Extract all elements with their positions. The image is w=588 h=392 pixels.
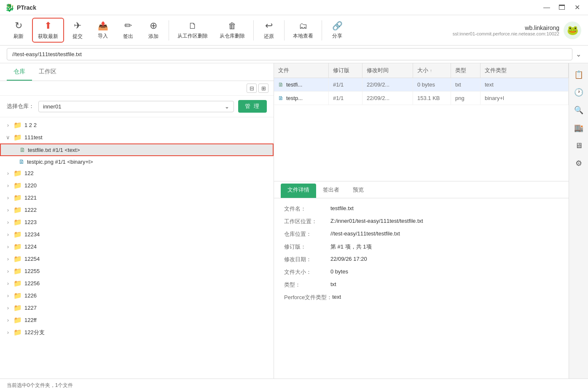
detail-value-1: Z:/inner01/test-easy/111test/testfile.tx… [330, 218, 558, 225]
path-input[interactable] [7, 48, 572, 60]
tree-item-1220[interactable]: › 📁 1220 [0, 179, 274, 192]
tree-label-122: 1 2 2 [24, 122, 270, 128]
tree-item-1222[interactable]: › 📁 1222 [0, 204, 274, 216]
manage-button[interactable]: 管 理 [238, 100, 267, 113]
folder-icon-1220: 📁 [13, 181, 22, 189]
sidebar-desktop-button[interactable]: 🖥 [571, 138, 587, 154]
remove-repo-button[interactable]: 🗑 从仓库删除 [215, 19, 250, 41]
sidebar-history-button[interactable]: 🕐 [571, 84, 587, 100]
tree-label-122b: 122 [24, 170, 270, 176]
detail-tab-preview[interactable]: 预览 [346, 184, 371, 198]
detail-value-2: //test-easy/111test/testfile.txt [330, 230, 558, 238]
file-icon-testpic: 🗎 [19, 158, 24, 165]
revert-button[interactable]: ↩ 还原 [257, 19, 281, 42]
col-mod-time: 修改时间 [362, 63, 413, 78]
expand-icon-12256: › [5, 280, 11, 287]
view-local-button[interactable]: 🗂 本地查看 [288, 19, 318, 41]
share-button[interactable]: 🔗 分享 [325, 19, 349, 41]
detail-tab-file-details[interactable]: 文件详情 [281, 184, 316, 198]
get-latest-button[interactable]: ⬆ 获取最新 [32, 18, 64, 43]
right-panel: 文件 修订版 修改时间 大小 ↑ 类型 文件类型 🗎 testfi... #1/… [274, 63, 569, 378]
detail-row-1: 工作区位置： Z:/inner01/test-easy/111test/test… [284, 218, 558, 225]
tree-item-122b[interactable]: › 📁 122 [0, 167, 274, 179]
expand-icon-122: › [5, 122, 11, 128]
path-dropdown-icon[interactable]: ⌄ [576, 50, 581, 58]
folder-icon-1224: 📁 [13, 243, 22, 251]
file-row-1[interactable]: 🗎 testp... #1/1 22/09/2... 153.1 KB png … [274, 92, 569, 105]
folder-icon-1223: 📁 [13, 218, 22, 226]
minimize-button[interactable]: — [541, 2, 553, 14]
user-server: ssl:inner01-commit.perforce.nie.netease.… [453, 31, 559, 36]
cell-type-1: png [451, 92, 481, 105]
tree-label-1220: 1220 [24, 182, 270, 189]
tree-item-111test[interactable]: ∨ 📁 111test [0, 131, 274, 143]
tree-item-122ff[interactable]: › 📁 122ff [0, 314, 274, 326]
col-revision: 修订版 [329, 63, 362, 78]
folder-icon-1227: 📁 [13, 304, 22, 312]
tree-label-1226: 1226 [24, 292, 270, 299]
user-avatar[interactable]: 🐸 [564, 22, 581, 39]
sort-icon-size: ↑ [430, 68, 432, 73]
file-row-icon-1: 🗎 [278, 95, 284, 101]
tree-item-122[interactable]: › 📁 1 2 2 [0, 119, 274, 131]
refresh-button[interactable]: ↻ 刷新 [7, 19, 30, 42]
tree-item-122branch[interactable]: › 📁 122分支 [0, 326, 274, 338]
tree-label-testfile: testfile.txt #1/1 <text> [28, 147, 269, 153]
file-row-0[interactable]: 🗎 testfi... #1/1 22/09/2... 0 bytes txt … [274, 78, 569, 92]
get-latest-icon: ⬆ [44, 20, 52, 31]
add-button[interactable]: ⊕ 添加 [142, 19, 165, 42]
tree-item-testfile[interactable]: 🗎 testfile.txt #1/1 <text> [0, 143, 274, 156]
maximize-button[interactable]: 🗖 [556, 2, 568, 14]
tree-item-1223[interactable]: › 📁 1223 [0, 216, 274, 228]
repo-selector-label: 选择仓库： [7, 103, 34, 110]
tree-item-12255[interactable]: › 📁 12255 [0, 265, 274, 277]
detail-tab-checkedout[interactable]: 签出者 [316, 184, 346, 198]
tree-label-1221: 1221 [24, 195, 270, 201]
tree-item-1221[interactable]: › 📁 1221 [0, 192, 274, 204]
tree-label-111test: 111test [24, 134, 270, 141]
detail-value-4: 22/09/26 17:20 [330, 256, 558, 263]
refresh-icon: ↻ [15, 20, 22, 31]
sidebar-warehouse-button[interactable]: 🏬 [571, 120, 587, 136]
folder-icon-12254: 📁 [13, 255, 22, 263]
import-button[interactable]: 📤 导入 [91, 19, 115, 41]
cell-file-1: 🗎 testp... [274, 92, 329, 105]
right-sidebar: 📋 🕐 🔍 🏬 🖥 ⚙ [569, 63, 588, 378]
detail-label-6: 类型： [284, 281, 330, 289]
tabs-header: 仓库 工作区 [0, 63, 274, 81]
tree-item-testpic[interactable]: 🗎 testpic.png #1/1 <binary+l> [0, 156, 274, 167]
repo-dropdown[interactable]: inner01 ⌄ [38, 101, 234, 112]
cell-ftype-1: binary+l [481, 92, 569, 105]
close-button[interactable]: ✕ [571, 2, 583, 14]
window-controls: — 🗖 ✕ [541, 2, 583, 14]
tree-label-1224: 1224 [24, 243, 270, 250]
tree-item-12254[interactable]: › 📁 12254 [0, 253, 274, 265]
tree-item-1227[interactable]: › 📁 1227 [0, 302, 274, 314]
tree-view-btn-1[interactable]: ⊟ [247, 84, 257, 93]
remove-repo-label: 从仓库删除 [220, 32, 245, 40]
submit-button[interactable]: ✈ 提交 [66, 19, 89, 42]
expand-icon-1221: › [5, 195, 11, 201]
folder-icon-1226: 📁 [13, 292, 22, 300]
tree-label-1222: 1222 [24, 207, 270, 213]
tree-item-1226[interactable]: › 📁 1226 [0, 289, 274, 302]
expand-icon-1223: › [5, 219, 11, 225]
checkout-button[interactable]: ✏ 签出 [116, 19, 140, 42]
folder-icon-122ff: 📁 [13, 316, 22, 324]
tree-item-12234[interactable]: › 📁 12234 [0, 228, 274, 241]
cell-size-0: 0 bytes [413, 78, 451, 91]
folder-icon-12234: 📁 [13, 230, 22, 238]
sidebar-settings-button[interactable]: ⚙ [571, 155, 587, 171]
tree-view-btn-2[interactable]: ⊞ [258, 84, 268, 93]
share-icon: 🔗 [332, 21, 343, 31]
tree-item-12256[interactable]: › 📁 12256 [0, 277, 274, 289]
tab-workspace[interactable]: 工作区 [32, 65, 63, 81]
tab-repo[interactable]: 仓库 [7, 65, 32, 81]
sidebar-notes-button[interactable]: 📋 [571, 67, 587, 83]
expand-icon-122branch: › [5, 329, 11, 335]
tree-item-1224[interactable]: › 📁 1224 [0, 241, 274, 253]
sidebar-search-button[interactable]: 🔍 [571, 102, 587, 118]
get-latest-label: 获取最新 [38, 33, 58, 40]
remove-workspace-button[interactable]: 🗋 从工作区删除 [172, 19, 213, 41]
file-tree: › 📁 1 2 2 ∨ 📁 111test 🗎 testfile.txt #1/… [0, 117, 274, 378]
